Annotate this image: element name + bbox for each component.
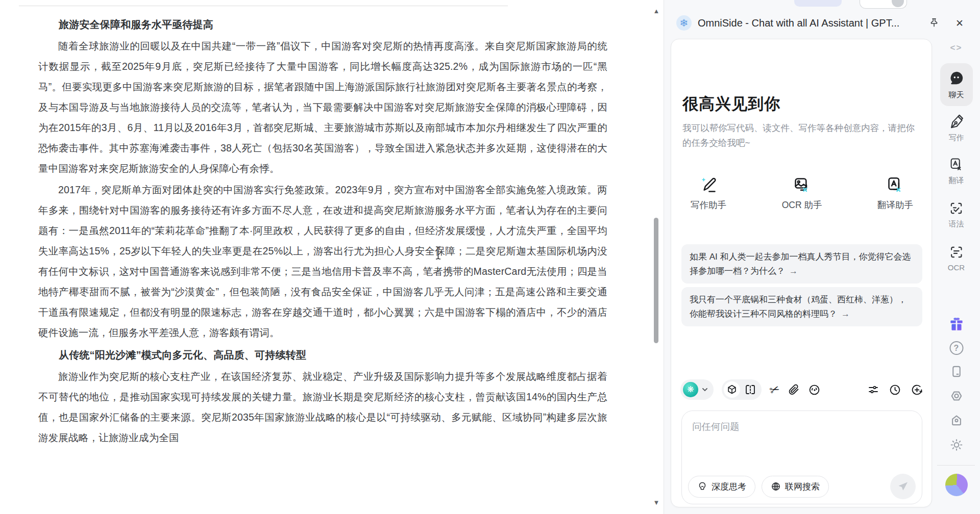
translate-assistant-button[interactable]: 翻译助手 bbox=[877, 176, 913, 211]
divider bbox=[19, 6, 508, 6]
article-paragraph: 随着全球旅游业的回暖以及在中国共建“一带一路”倡议下，中国游客对突尼斯的热情再度… bbox=[38, 36, 607, 178]
panel-title: OmniSide - Chat with all AI Assistant | … bbox=[698, 17, 922, 29]
composer-toolbar: ❋ ✂ bbox=[680, 378, 923, 401]
settings-gear-icon[interactable] bbox=[949, 389, 964, 403]
greeting-subtitle: 我可以帮你写代码、读文件、写作等各种创意内容，请把你的任务交给我吧~ bbox=[682, 121, 921, 150]
user-avatar[interactable] bbox=[945, 474, 968, 496]
ocr-scan-icon bbox=[949, 245, 964, 260]
greeting-title: 很高兴见到你 bbox=[682, 93, 780, 115]
toolbar-knob bbox=[892, 0, 904, 7]
browser-popup-fragment bbox=[794, 0, 842, 7]
omniside-panel: ❄ OmniSide - Chat with all AI Assistant … bbox=[664, 0, 980, 514]
rail-item-ocr[interactable]: OCR bbox=[948, 245, 965, 272]
text-cursor-icon bbox=[434, 246, 442, 260]
rail-item-label: 聊天 bbox=[949, 90, 964, 100]
rail-item-writing[interactable]: 写作 bbox=[949, 114, 964, 143]
rail-item-label: OCR bbox=[948, 263, 965, 272]
model-selector[interactable]: ❋ bbox=[680, 379, 714, 400]
chevron-down-icon bbox=[701, 386, 708, 393]
arrow-right-icon: → bbox=[841, 309, 850, 319]
rail-item-translate[interactable]: 翻译 bbox=[949, 157, 964, 186]
translate-icon bbox=[949, 157, 964, 172]
web-search-label: 联网搜索 bbox=[785, 481, 820, 493]
article-paragraph: 2017年，突尼斯单方面对团体赴突的中国游客实行免签政策。2023年9月，突方宣… bbox=[38, 179, 607, 343]
suggestion-text: 我只有一个平底锅和三种食材（鸡蛋、西红柿、洋葱），你能帮我设计三种不同风格的料理… bbox=[690, 295, 906, 319]
globe-icon bbox=[771, 481, 781, 492]
pen-nib-icon bbox=[949, 114, 964, 130]
scroll-up-arrow[interactable]: ▲ bbox=[652, 7, 661, 16]
composer: 深度思考 联网搜索 bbox=[681, 410, 922, 504]
help-icon[interactable]: ? bbox=[949, 341, 963, 355]
rail-item-grammar[interactable]: 语法 bbox=[949, 201, 964, 229]
cube-icon bbox=[726, 384, 738, 395]
quick-action-label: 翻译助手 bbox=[877, 199, 913, 211]
send-button[interactable] bbox=[890, 474, 916, 499]
paper-plane-icon bbox=[897, 480, 909, 493]
close-icon[interactable]: ✕ bbox=[952, 15, 967, 31]
quick-actions: 写作助手 OCR 助手 bbox=[676, 176, 927, 211]
composer-footer: 深度思考 联网搜索 bbox=[688, 474, 916, 499]
writing-assistant-button[interactable]: 写作助手 bbox=[691, 176, 726, 211]
suggestion-card[interactable]: 我只有一个平底锅和三种食材（鸡蛋、西红柿、洋葱），你能帮我设计三种不同风格的料理… bbox=[681, 287, 922, 326]
scroll-down-arrow[interactable]: ▼ bbox=[652, 498, 661, 507]
article-heading: 从传统“阳光沙滩”模式向多元化、高品质、可持续转型 bbox=[38, 345, 607, 365]
suggestion-text: 如果 AI 和人类一起去参加一档真人秀节目，你觉得它会选择参加哪一档？为什么？ bbox=[690, 252, 911, 276]
suggestion-card[interactable]: 如果 AI 和人类一起去参加一档真人秀节目，你觉得它会选择参加哪一档？为什么？→ bbox=[681, 244, 922, 284]
scrollbar[interactable]: ▲ ▼ bbox=[652, 0, 661, 514]
deep-think-button[interactable]: 深度思考 bbox=[688, 476, 755, 498]
article-heading: 旅游安全保障和服务水平亟待提高 bbox=[38, 14, 607, 35]
arrow-right-icon: → bbox=[789, 266, 798, 276]
document-pane: 旅游安全保障和服务水平亟待提高 随着全球旅游业的回暖以及在中国共建“一带一路”倡… bbox=[0, 0, 664, 514]
new-chat-plus-icon[interactable] bbox=[911, 383, 923, 396]
grammar-check-icon bbox=[949, 201, 964, 216]
icon-rail: <> 聊天 写作 翻译 bbox=[932, 35, 980, 514]
article: 旅游安全保障和服务水平亟待提高 随着全球旅游业的回暖以及在中国共建“一带一路”倡… bbox=[38, 12, 607, 449]
rail-item-label: 语法 bbox=[949, 219, 964, 229]
omniside-logo-icon: ❄ bbox=[676, 15, 692, 31]
sliders-icon[interactable] bbox=[867, 383, 879, 396]
pencil-sparkle-icon bbox=[699, 176, 718, 194]
divider bbox=[937, 465, 975, 466]
home-camera-icon[interactable] bbox=[949, 413, 963, 427]
chat-card: 很高兴见到你 我可以帮你写代码、读文件、写作等各种创意内容，请把你的任务交给我吧… bbox=[671, 39, 932, 507]
lightbulb-icon bbox=[697, 481, 707, 492]
app-window: 旅游安全保障和服务水平亟待提高 随着全球旅游业的回暖以及在中国共建“一带一路”倡… bbox=[0, 0, 980, 514]
article-paragraph: 旅游业作为突尼斯的核心支柱产业，在该国经济复苏、就业稳定、产业升级及国际影响力提… bbox=[38, 366, 607, 448]
gift-icon[interactable] bbox=[948, 316, 964, 332]
quick-action-label: OCR 助手 bbox=[782, 199, 822, 211]
voice-icon[interactable] bbox=[808, 383, 821, 396]
history-clock-icon[interactable] bbox=[889, 383, 901, 396]
panel-header: ❄ OmniSide - Chat with all AI Assistant … bbox=[664, 11, 980, 35]
question-mark: ? bbox=[949, 341, 963, 355]
rail-item-label: 翻译 bbox=[949, 176, 964, 186]
ocr-assistant-button[interactable]: OCR 助手 bbox=[782, 176, 822, 211]
plugin-cube-button[interactable] bbox=[724, 381, 740, 398]
pin-icon[interactable] bbox=[926, 15, 942, 31]
rail-item-chat[interactable]: 聊天 bbox=[940, 63, 973, 106]
web-search-button[interactable]: 联网搜索 bbox=[762, 476, 829, 498]
translate-doc-icon bbox=[886, 176, 904, 194]
deep-think-label: 深度思考 bbox=[712, 481, 746, 493]
rail-item-label: 写作 bbox=[949, 133, 964, 143]
ocr-image-icon bbox=[793, 176, 811, 194]
chat-bubble-icon bbox=[948, 69, 965, 87]
scissors-icon[interactable]: ✂ bbox=[768, 381, 781, 398]
split-view-icon[interactable] bbox=[744, 383, 756, 396]
message-input[interactable] bbox=[682, 411, 922, 467]
collapse-panel-icon[interactable]: <> bbox=[950, 43, 963, 53]
theme-sun-icon[interactable] bbox=[949, 438, 964, 452]
browser-toolbar-fragment bbox=[860, 0, 907, 9]
paperclip-icon[interactable] bbox=[788, 383, 800, 396]
quick-action-label: 写作助手 bbox=[691, 199, 726, 211]
scrollbar-thumb[interactable] bbox=[654, 218, 658, 343]
tools-pill bbox=[722, 379, 762, 400]
gpt-logo-icon: ❋ bbox=[683, 382, 698, 397]
mobile-device-icon[interactable] bbox=[949, 365, 963, 378]
